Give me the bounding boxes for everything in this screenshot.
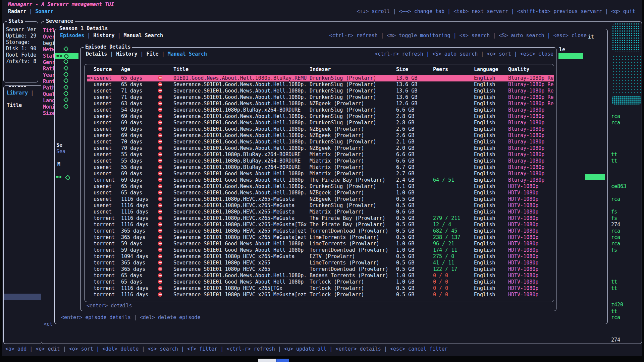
search-result-row[interactable]: torrent 59 days Severance S01E01 Good Ne… (87, 247, 554, 253)
series-list-item[interactable]: Washing (4, 230, 41, 236)
series-list-item[interactable]: The Off (4, 249, 41, 255)
series-list-item[interactable]: Homeste (4, 217, 41, 224)
search-result-row[interactable]: torrent 65 days Severance.S01E01.Good.Ne… (87, 273, 554, 279)
search-result-row[interactable]: usenet 55 days Severance.S01E01.1080p.Bl… (87, 152, 554, 158)
search-result-row[interactable]: usenet 71 days Severance.S01E01.Good.New… (87, 88, 554, 94)
header-source[interactable]: Source (94, 66, 121, 73)
search-result-row[interactable]: torrent 69 days Severance S01E01 Good Ne… (87, 177, 554, 183)
header-quality[interactable]: Quality (508, 66, 554, 73)
tab-episode-manual-search[interactable]: Manual Search (168, 51, 207, 57)
rejected-icon (158, 127, 162, 131)
search-result-row[interactable]: usenet 69 days Severance S01E01 Good New… (87, 171, 554, 177)
search-result-row[interactable]: torrent 365 days Severance S01E01 1080p … (87, 228, 554, 234)
header-language[interactable]: Language (474, 66, 508, 73)
series-list-item[interactable]: The Emp (4, 160, 41, 166)
search-result-row[interactable]: => usenet 65 days 01E01.Good.News.About.… (87, 75, 554, 81)
series-list-item[interactable]: Overflo (4, 185, 41, 192)
series-list-item[interactable]: Hunter (4, 134, 41, 141)
series-list-item[interactable]: The Gri (4, 179, 41, 185)
series-list-item[interactable]: Sons of (4, 224, 41, 230)
search-result-row[interactable]: torrent 1116 days Severance.S01E01.1080p… (87, 215, 554, 222)
search-result-row[interactable]: usenet 69 days Severance.S01E01.Good.New… (87, 132, 554, 139)
series-list-item[interactable]: Netflix (4, 281, 41, 287)
tab-episodes[interactable]: Episodes (60, 33, 84, 39)
tab-episode-details[interactable]: Details (86, 51, 107, 57)
series-list-item[interactable]: Little (4, 147, 41, 154)
series-list-item[interactable]: The Tra (4, 262, 41, 268)
header-size[interactable]: Size (396, 66, 433, 73)
header-age[interactable]: Age (121, 66, 158, 73)
search-result-row[interactable]: torrent 1116 days Severance S01E01 1080p… (87, 292, 554, 298)
tab-episode-history[interactable]: History (116, 51, 137, 57)
result-language: English (474, 94, 508, 101)
tab-season-manual-search[interactable]: Manual Search (124, 33, 163, 39)
series-list-item[interactable]: Altered (4, 313, 41, 319)
search-result-row[interactable]: usenet 54 days Severance.S01E01.1080p.Bl… (87, 107, 554, 113)
series-list-item[interactable]: Marvel' (4, 300, 41, 306)
search-result-row[interactable]: torrent 1116 days Severance S01E01 1080p… (87, 285, 554, 292)
series-list-item[interactable]: Dark Ga (4, 306, 41, 313)
series-list-item[interactable]: The Nan (4, 268, 41, 275)
search-result-row[interactable]: torrent 1116 days Severance.S01E01.1080p… (87, 222, 554, 228)
header-indexer[interactable]: Indexer (310, 66, 396, 73)
series-list-item[interactable]: The Qwa (4, 115, 41, 122)
series-list-item[interactable]: Mad Men (4, 198, 41, 204)
series-list-item[interactable]: PEN15 (4, 243, 41, 249)
series-list-item[interactable]: The Emp (4, 166, 41, 173)
series-list-item[interactable]: The Rev (4, 236, 41, 243)
tab-library[interactable]: Library (7, 90, 28, 96)
series-list-item[interactable]: Batwhee (4, 319, 41, 325)
series-list-item[interactable]: Chillin (4, 122, 41, 128)
result-quality: HDTV-1080p (508, 285, 554, 292)
series-list-item[interactable]: => Severan (4, 294, 41, 300)
search-result-row[interactable]: torrent 365 days Severance S01E01 1080p … (87, 234, 554, 241)
series-list-item[interactable]: Flight (4, 204, 41, 211)
search-result-row[interactable]: usenet 65 days Severance.S01E01.Good.New… (87, 81, 554, 88)
search-result-row[interactable]: torrent 59 days Severance S01E01 Good Ne… (87, 241, 554, 247)
series-list-item[interactable]: Yosuga (4, 109, 41, 115)
search-result-row[interactable]: usenet 63 days Severance.S01E01.Good.New… (87, 101, 554, 107)
series-list-item[interactable]: Keijo!! (4, 173, 41, 179)
search-result-row[interactable]: usenet 1116 days Severance.S01E01.1080p.… (87, 196, 554, 202)
search-result-row[interactable]: usenet 69 days Severance.S01E01.Good.New… (87, 126, 554, 132)
series-list-item[interactable]: Paradis (4, 325, 41, 332)
tab-season-history[interactable]: History (93, 33, 114, 39)
search-result-row[interactable]: usenet 1116 days Severance.S01E01.1080p.… (87, 202, 554, 209)
result-language: English (474, 234, 508, 241)
search-result-row[interactable]: usenet 69 days Severance.S01E01.Good.New… (87, 120, 554, 126)
search-result-row[interactable]: usenet 70 days Severance.S01E01.Good.New… (87, 145, 554, 152)
search-result-row[interactable]: usenet 65 days Severance.S01E01.Good.New… (87, 183, 554, 190)
series-list-item[interactable]: Tsunami (4, 192, 41, 198)
search-result-row[interactable]: usenet 71 days Severance.S01E01.Good.New… (87, 94, 554, 101)
row-selection-marker (87, 190, 94, 196)
series-list-item[interactable]: Mask Gi (4, 154, 41, 160)
tab-radarr[interactable]: Radarr (8, 8, 26, 15)
series-list-item[interactable]: High Sc (4, 141, 41, 147)
series-list-item[interactable]: Sirens (4, 211, 41, 217)
result-flag (158, 81, 173, 88)
tab-sonarr[interactable]: Sonarr (35, 8, 53, 15)
search-result-row[interactable]: usenet 70 days Severance.S01E01.Good.New… (87, 139, 554, 145)
search-result-row[interactable]: usenet 55 days Severance.S01E01.1080p.Bl… (87, 158, 554, 164)
search-result-row[interactable]: torrent 1094 days Severance S01E01 1080p… (87, 253, 554, 260)
header-peers[interactable]: Peers (433, 66, 474, 73)
search-result-row[interactable]: torrent 365 days Severance S01E01 1080p … (87, 266, 554, 273)
series-list-item[interactable]: The Way (4, 128, 41, 134)
result-quality: Bluray-1080p (508, 171, 554, 177)
search-result-row[interactable]: usenet 69 days Severance.S01E01.Good.New… (87, 113, 554, 120)
search-result-row[interactable]: usenet 55 days Severance.S01E01.1080p.Bl… (87, 164, 554, 171)
search-result-row[interactable]: torrent 65 days Severance S01E01 Good Ne… (87, 279, 554, 285)
rejected-icon (158, 292, 162, 297)
search-result-row[interactable]: usenet 1116 days Severance.S01E01.1080p.… (87, 209, 554, 215)
result-peers: 0 / 0 (433, 273, 474, 279)
occluded-word-fragment: Sea (56, 148, 65, 155)
tab-episode-file[interactable]: File (147, 51, 159, 57)
series-list-item[interactable]: DAN DA (4, 275, 41, 281)
series-list-item[interactable]: The Nig (4, 287, 41, 294)
header-title[interactable]: Title (173, 66, 310, 73)
result-flag (158, 164, 173, 171)
search-result-row[interactable]: usenet 65 days Severance.S01E01.Good.New… (87, 190, 554, 196)
search-result-row[interactable]: torrent 365 days Severance S01E01 1080p … (87, 260, 554, 266)
series-list-item[interactable]: It's Al (4, 255, 41, 262)
series-list-item[interactable]: Landman (4, 332, 41, 338)
